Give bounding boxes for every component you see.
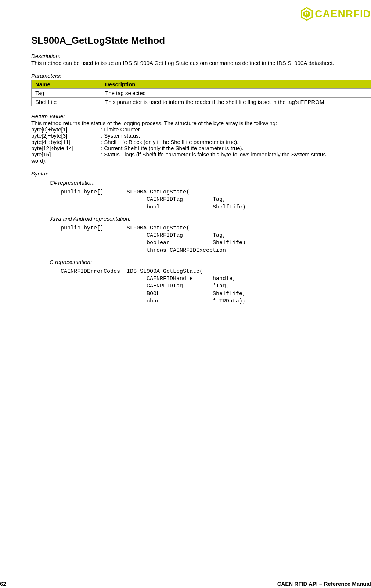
param-desc: This parameter is used to inform the rea… — [101, 98, 371, 106]
byte-line: byte[0]÷byte[1]: Limite Counter. — [31, 126, 371, 133]
page-content: SL900A_GetLogState Method Description: T… — [31, 35, 371, 566]
param-name: Tag — [32, 89, 101, 98]
page-number: 62 — [0, 581, 6, 587]
byte-line: byte[2]÷byte[3]: System status. — [31, 133, 371, 139]
logo-text: CAENRFID — [315, 8, 371, 20]
description-text: This method can be used to issue an IDS … — [31, 60, 371, 66]
syntax-body: C# representation: public byte[] SL900A_… — [50, 179, 371, 305]
return-intro: This method returns the status of the lo… — [31, 120, 371, 126]
csharp-code: public byte[] SL900A_GetLogState( CAENRF… — [61, 189, 371, 211]
table-row: ShelfLife This parameter is used to info… — [32, 98, 371, 106]
param-name: ShelfLife — [32, 98, 101, 106]
c-code: CAENRFIDErrorCodes IDS_SL900A_GetLogStat… — [61, 268, 371, 305]
c-label: C representation: — [50, 259, 371, 265]
java-label: Java and Android representation: — [50, 215, 371, 222]
footer-title: CAEN RFID API – Reference Manual — [277, 581, 371, 587]
parameters-label: Parameters: — [31, 73, 371, 79]
byte-line: byte[12]÷byte[14]: Current Shelf Life (o… — [31, 145, 371, 151]
table-row: Tag The tag selected — [32, 89, 371, 98]
description-label: Description: — [31, 53, 371, 59]
return-section: Return Value: This method returns the st… — [31, 113, 371, 164]
hexagon-icon: R — [301, 7, 313, 21]
page-title: SL900A_GetLogState Method — [31, 35, 371, 46]
header-desc: Description — [101, 80, 371, 89]
parameters-table: Name Description Tag The tag selected Sh… — [31, 80, 371, 106]
java-code: public byte[] SL900A_GetLogState( CAENRF… — [61, 225, 371, 254]
byte-line: byte[4]÷byte[11]: Shelf Life Block (only… — [31, 139, 371, 145]
param-desc: The tag selected — [101, 89, 371, 98]
header-name: Name — [32, 80, 101, 89]
byte-line: word). — [31, 157, 371, 164]
csharp-label: C# representation: — [50, 179, 371, 186]
syntax-label: Syntax: — [31, 170, 371, 177]
brand-logo: R CAENRFID — [301, 7, 371, 21]
svg-text:R: R — [305, 11, 309, 17]
table-header-row: Name Description — [32, 80, 371, 89]
return-label: Return Value: — [31, 113, 371, 119]
byte-line: byte[15]: Status Flags (if ShelfLife par… — [31, 151, 371, 157]
